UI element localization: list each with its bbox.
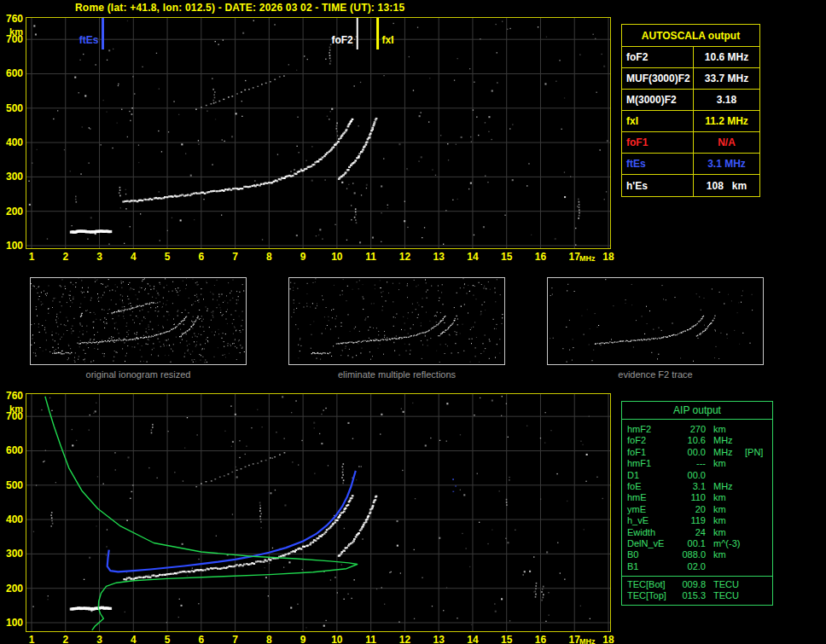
series-Es-second-echo: [130, 107, 133, 121]
parameter-value: N/A: [694, 132, 759, 153]
aip-row-foF1: foF100.0MHz[PN]: [627, 447, 767, 458]
autoscala-row-foF1: foF1N/A: [622, 132, 759, 154]
parameter-value: 33.7 MHz: [694, 68, 759, 89]
x-axis-tick-label: 1: [22, 634, 41, 644]
parameter-value: 3.18: [694, 90, 759, 110]
svg-text:fxI: fxI: [382, 34, 394, 46]
parameter-label: MUF(3000)F2: [622, 68, 694, 89]
aip-value: 110: [675, 492, 706, 503]
series-Es-trace: [70, 606, 112, 611]
aip-tec-section: TEC[Bot]009.8TECUTEC[Top]015.3TECU: [622, 579, 772, 602]
y-axis-tick-label: 400: [1, 136, 23, 148]
thumbnail-evidence-f2-trace: [547, 277, 764, 365]
aip-value: 20: [675, 504, 706, 515]
aip-value: 3.1: [675, 481, 706, 492]
series-Es-trace: [70, 229, 113, 234]
x-axis-unit-label: MHz: [579, 637, 596, 644]
aip-label: D1: [627, 470, 675, 481]
aip-extra: [745, 538, 767, 549]
aip-value: 088.0: [675, 549, 706, 560]
series-multiple-reflection: [195, 75, 285, 109]
thumbnail-canvas: [289, 278, 504, 364]
aip-value: 00.0: [675, 470, 706, 481]
aip-row-ymE: ymE20km: [627, 504, 767, 515]
x-axis-tick-label: 12: [395, 251, 414, 263]
aip-unit: MHz: [706, 481, 745, 492]
x-axis-tick-label: 2: [56, 634, 75, 644]
y-axis-tick-label: 600: [1, 444, 23, 456]
x-axis-tick-label: 9: [294, 634, 312, 644]
thumbnail-canvas: [548, 278, 763, 364]
aip-extra: [745, 579, 767, 590]
aip-label: B1: [627, 561, 675, 572]
autoscala-table-body: foF210.6 MHzMUF(3000)F233.7 MHzM(3000)F2…: [622, 47, 759, 196]
parameter-label: foF1: [622, 132, 694, 153]
aip-unit: km: [706, 492, 745, 503]
y-axis-tick-label: 600: [1, 67, 23, 79]
aip-row-foE: foE3.1MHz: [627, 481, 767, 492]
aip-value: 10.6: [675, 435, 706, 446]
aip-row-hmE: hmE110km: [627, 492, 767, 503]
aip-value: 00.0: [675, 447, 706, 458]
thumbnail-eliminate-multiple-reflections: [288, 277, 505, 365]
aip-label: TEC[Top]: [627, 590, 675, 601]
x-axis-tick-label: 16: [531, 251, 550, 263]
ionogram-plot-main: ftEsfoF2fxI: [26, 17, 611, 249]
aip-value: 270: [675, 424, 706, 435]
y-axis-tick-label: 200: [1, 583, 23, 595]
aip-row-hmF1: hmF1---km: [627, 458, 767, 469]
aip-row-hmF2: hmF2270km: [627, 424, 767, 435]
aip-table-separator: [622, 576, 772, 577]
svg-text:ftEs: ftEs: [79, 34, 99, 46]
aip-row-D1: D100.0: [627, 470, 767, 481]
x-axis-tick-label: 15: [497, 634, 516, 644]
aip-extra: [745, 527, 767, 538]
autoscala-row-foF2: foF210.6 MHz: [622, 47, 759, 68]
parameter-label: M(3000)F2: [622, 90, 694, 110]
x-axis-tick-label: 8: [259, 634, 278, 644]
aip-unit: [706, 561, 745, 572]
x-axis-tick-label: 10: [328, 634, 346, 644]
aip-label: foF2: [627, 435, 675, 446]
aip-row-B1: B102.0: [627, 561, 767, 572]
aip-unit: TECU: [706, 590, 745, 601]
thumbnail-caption: eliminate multiple reflections: [288, 369, 505, 380]
aip-extra: [745, 549, 767, 560]
series-F-trace-extraordinary: [338, 118, 378, 180]
aip-extra: [745, 515, 767, 526]
x-axis-tick-label: 10: [328, 251, 346, 263]
autoscala-output-table: AUTOSCALA output foF210.6 MHzMUF(3000)F2…: [621, 24, 760, 197]
x-axis-tick-label: 1: [22, 251, 41, 263]
thumbnail-canvas: [31, 278, 246, 364]
aip-table-title: AIP output: [622, 402, 772, 420]
parameter-label: ftEs: [622, 154, 694, 174]
aip-row-DelN_vE: DelN_vE00.1m^(-3): [627, 538, 767, 549]
x-axis-unit-label: MHz: [579, 254, 596, 263]
aip-row-B0: B0088.0km: [627, 549, 767, 560]
series-F-trace-ordinary: [122, 119, 353, 203]
x-axis-tick-label: 7: [226, 251, 245, 263]
aip-label: TEC[Bot]: [627, 579, 675, 590]
x-axis-tick-label: 18: [599, 251, 618, 263]
gridlines: [26, 18, 610, 248]
aip-unit: MHz: [706, 435, 745, 446]
gridlines: [26, 394, 610, 631]
aip-extra: [PN]: [745, 447, 767, 458]
marker-fxI: fxI: [378, 18, 394, 49]
aip-unit: m^(-3): [706, 538, 745, 549]
aip-unit: km: [706, 527, 745, 538]
y-axis-tick-label: 200: [1, 206, 23, 218]
aip-value: 009.8: [675, 579, 706, 590]
aip-output-table: AIP output hmF2270kmfoF210.6MHzfoF100.0M…: [621, 401, 773, 606]
aip-table-body: hmF2270kmfoF210.6MHzfoF100.0MHz[PN]hmF1-…: [622, 420, 772, 572]
aip-row-TEC[Bot]: TEC[Bot]009.8TECU: [627, 579, 767, 590]
y-axis-tick-label: 760: [1, 390, 23, 402]
plot-canvas: ftEsfoF2fxI: [26, 17, 611, 249]
autoscala-row-MUF(3000)F2: MUF(3000)F233.7 MHz: [622, 68, 759, 90]
aip-extra: [745, 481, 767, 492]
x-axis-tick-label: 15: [497, 251, 516, 263]
thumbnail-caption: original ionogram resized: [30, 369, 247, 380]
aip-extra: [745, 424, 767, 435]
y-axis-tick-label: 400: [1, 513, 23, 525]
x-axis-tick-label: 4: [124, 251, 143, 263]
